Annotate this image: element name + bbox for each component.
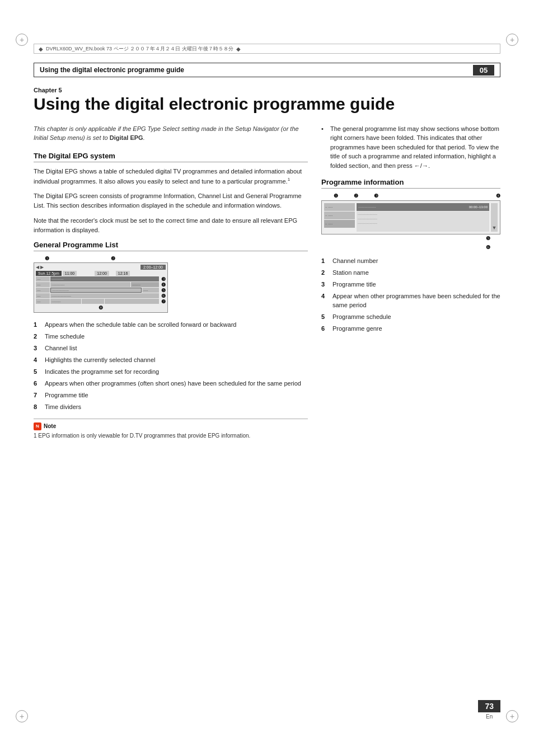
epg-time-range: 2:00–12:00 — [140, 265, 166, 270]
two-column-layout: This chapter is only applicable if the E… — [34, 124, 500, 440]
digital-epg-para3: Note that the recorder's clock must be s… — [34, 216, 308, 235]
callout-4: ❹ — [161, 282, 166, 288]
pi-list-item: 2 Station name — [321, 269, 500, 278]
list-item: 7 Programme title — [34, 391, 308, 400]
diamond-icon: ◆ — [39, 46, 43, 52]
chapter-header-title: Using the digital electronic programme g… — [40, 66, 184, 74]
pi-list-item: 4 Appear when other programmes have been… — [321, 292, 500, 310]
pi-callout-1: ❶ — [334, 193, 338, 199]
note-block: N Note 1 EPG information is only viewabl… — [34, 419, 308, 440]
note-label: Note — [44, 423, 56, 429]
page-lang: En — [478, 713, 500, 720]
pi-info-body: ····················· ··················… — [357, 212, 489, 232]
digital-epg-heading: The Digital EPG system — [34, 152, 308, 162]
epg-date: Sun.12.5pm — [36, 271, 62, 276]
list-item: 8 Time dividers — [34, 403, 308, 412]
page-number-block: 73 En — [478, 700, 500, 720]
pi-list-item: 5 Programme schedule — [321, 313, 500, 322]
list-item: 6 Appears when other programmes (often s… — [34, 379, 308, 388]
diamond-icon-right: ◆ — [236, 46, 241, 52]
list-item: 2 Time schedule — [34, 332, 308, 341]
intro-paragraph: This chapter is only applicable if the E… — [34, 124, 308, 143]
chapter-label: Chapter 5 — [34, 87, 500, 93]
right-column: • The general programme list may show se… — [321, 124, 500, 440]
content-area: Chapter 5 Using the digital electronic p… — [34, 87, 500, 700]
callout-1-above: ❶ — [45, 256, 49, 261]
general-list-heading: General Programme List — [34, 241, 308, 251]
chapter-title: Using the digital electronic programme g… — [34, 95, 500, 114]
pi-diagram-box: ·· ····· ·· ····· ·· ····· ·············… — [321, 200, 500, 234]
corner-mark-br — [506, 710, 518, 722]
epg-time-1200: 12:00 — [95, 271, 109, 276]
pi-time-range: 00:00–13:00 — [469, 205, 488, 209]
page-number: 73 — [478, 700, 500, 712]
chapter-header-bar: Using the digital electronic programme g… — [34, 63, 500, 77]
list-item: 1 Appears when the schedule table can be… — [34, 321, 308, 330]
callout-7: ❼ — [161, 299, 166, 304]
digital-epg-para1: The Digital EPG shows a table of schedul… — [34, 167, 308, 186]
left-column: This chapter is only applicable if the E… — [34, 124, 308, 440]
callout-3: ❸ — [161, 276, 166, 282]
bullet-dot: • — [321, 124, 327, 171]
pi-ch3: ·· ····· — [324, 220, 355, 228]
corner-mark-bl — [16, 710, 28, 722]
pi-list-item: 6 Programme genre — [321, 325, 500, 334]
pi-ch2: ·· ····· — [324, 212, 355, 219]
pi-callout-6: ❻ — [486, 245, 490, 250]
epg-time-1216: 12:16 — [116, 271, 130, 276]
list-item: 5 Indicates the programme set for record… — [34, 368, 308, 377]
general-list-items: 1 Appears when the schedule table can be… — [34, 321, 308, 412]
corner-mark-tl — [16, 34, 28, 46]
note-text: 1 EPG information is only viewable for D… — [34, 432, 308, 440]
pi-callout-2: ❷ — [354, 193, 358, 199]
pi-scroll: ▼ — [491, 203, 498, 232]
file-info-text: DVRLX60D_WV_EN.book 73 ページ ２００７年４月２４日 火曜… — [46, 45, 233, 53]
programme-info-list: 1 Channel number 2 Station name 3 Progra… — [321, 257, 500, 334]
right-bullet-text: • The general programme list may show se… — [321, 124, 500, 171]
programme-info-heading: Programme information — [321, 178, 500, 189]
callout-2-above: ❷ — [111, 256, 115, 261]
epg-time-1100: 11:00 — [63, 271, 77, 276]
corner-mark-tr — [506, 34, 518, 46]
epg-general-diagram: ❶ ❷ ◀ ▶ 2:00–12:00 Sun.12.5pm 11:00 12:0… — [34, 256, 168, 313]
pi-callout-4: ❹ — [496, 193, 500, 199]
pi-callout-3: ❸ — [374, 193, 378, 199]
file-info-bar: ◆ DVRLX60D_WV_EN.book 73 ページ ２００７年４月２４日 … — [34, 44, 500, 54]
pi-callout-5: ❺ — [486, 236, 490, 241]
pi-list-item: 3 Programme title — [321, 280, 500, 289]
note-title: N Note — [34, 422, 308, 430]
callout-6: ❻ — [161, 293, 166, 299]
right-bullet-content: The general programme list may show sect… — [330, 124, 500, 171]
epg-box: ◀ ▶ 2:00–12:00 Sun.12.5pm 11:00 12:00 12… — [34, 262, 168, 313]
pi-info-top: ··················· 00:00–13:00 — [357, 203, 489, 211]
list-item: 3 Channel list — [34, 344, 308, 353]
note-icon: N — [34, 422, 41, 430]
digital-epg-para2: The Digital EPG screen consists of progr… — [34, 191, 308, 210]
pi-ch1: ·· ····· — [324, 203, 355, 211]
callout-5: ❺ — [161, 288, 166, 293]
chapter-number-badge: 05 — [473, 65, 494, 76]
pi-list-item: 1 Channel number — [321, 257, 500, 266]
programme-info-diagram: ❶ ❷ ❸ ❹ ·· ····· ·· ····· ·· ····· — [321, 193, 500, 250]
callout-8: ❽ — [99, 305, 103, 311]
list-item: 4 Highlights the currently selected chan… — [34, 356, 308, 365]
